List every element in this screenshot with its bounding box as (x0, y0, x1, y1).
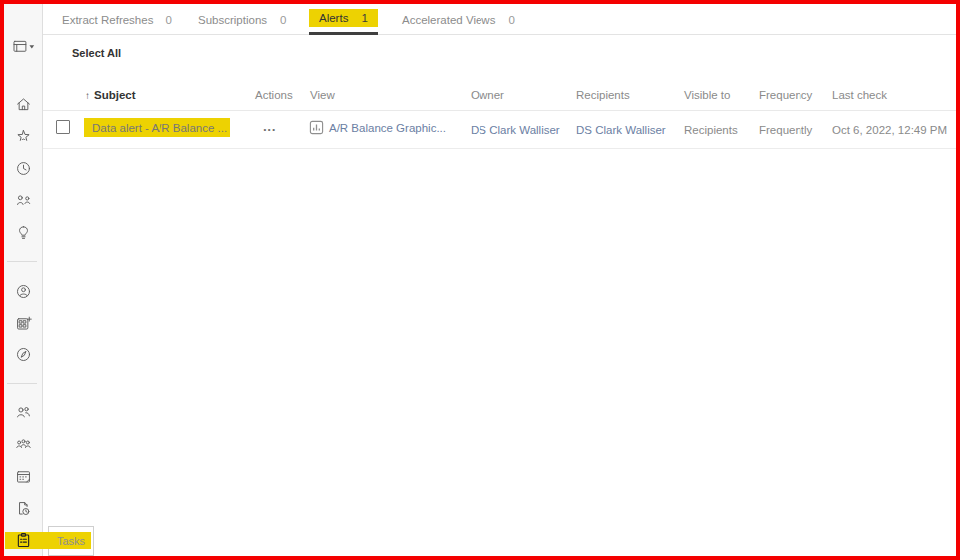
sort-ascending-icon: ↑ (85, 90, 90, 101)
home-icon (14, 95, 33, 114)
annotation-highlight-subject: Data alert - A/R Balance ... (84, 118, 230, 137)
groups-icon (14, 435, 33, 454)
select-row-checkbox[interactable] (56, 120, 70, 134)
tasks-tab-bar: Extract Refreshes 0 Subscriptions 0 Aler… (43, 4, 956, 35)
sidebar-item-recommendations[interactable] (4, 219, 43, 245)
last-check-value: Oct 6, 2022, 12:49 PM (832, 123, 947, 137)
column-header-recipients[interactable]: Recipients (576, 89, 630, 101)
sidebar-item-explore[interactable] (4, 341, 43, 367)
users-icon (14, 403, 33, 421)
left-nav-sidebar (4, 4, 43, 556)
column-header-view[interactable]: View (310, 89, 335, 101)
column-header-actions[interactable]: Actions (255, 89, 293, 101)
content-switcher-button[interactable] (4, 33, 43, 59)
calendar-icon (14, 467, 33, 486)
tab-label: Accelerated Views (402, 14, 495, 26)
column-header-visible-to[interactable]: Visible to (684, 89, 730, 101)
sidebar-item-shared-with-me[interactable] (4, 187, 43, 213)
tab-extract-refreshes[interactable]: Extract Refreshes 0 (62, 4, 172, 35)
collections-icon (14, 314, 33, 333)
tab-count: 0 (280, 14, 286, 26)
annotated-screenshot-frame: Tasks Extract Refreshes 0 Subscriptions … (0, 0, 960, 560)
view-link-label: A/R Balance Graphic... (329, 122, 446, 134)
sidebar-item-users[interactable] (4, 399, 43, 424)
tab-subscriptions[interactable]: Subscriptions 0 (198, 4, 286, 35)
lightbulb-icon (14, 223, 33, 242)
tab-alerts[interactable]: Alerts 1 (309, 4, 378, 35)
sidebar-item-schedules[interactable] (4, 463, 43, 489)
select-all-button[interactable]: Select All (72, 47, 121, 59)
tab-count: 0 (165, 14, 171, 26)
sidebar-item-tasks[interactable] (4, 527, 43, 553)
tab-label: Subscriptions (198, 14, 267, 26)
sidebar-divider (7, 383, 37, 384)
tab-label: Alerts (319, 12, 348, 24)
tab-count: 0 (508, 14, 514, 26)
sidebar-item-home[interactable] (4, 91, 43, 117)
tasks-icon (14, 531, 33, 550)
column-header-last-check[interactable]: Last check (832, 89, 887, 101)
sidebar-item-personal-space[interactable] (4, 278, 43, 304)
star-icon (14, 127, 33, 145)
sidebar-divider (7, 261, 37, 262)
content-switcher-icon (11, 37, 36, 56)
view-chart-icon (309, 120, 324, 135)
alert-subject-link[interactable]: Data alert - A/R Balance ... (84, 122, 227, 134)
sidebar-item-jobs[interactable] (4, 495, 43, 521)
sidebar-item-collections[interactable] (4, 310, 43, 336)
actions-menu-button[interactable]: ••• (257, 120, 283, 138)
ellipsis-icon: ••• (264, 125, 277, 134)
tab-label: Extract Refreshes (62, 14, 153, 26)
tasks-tooltip-label: Tasks (48, 526, 94, 556)
view-link[interactable]: A/R Balance Graphic... (309, 120, 446, 135)
column-header-subject[interactable]: ↑Subject (85, 89, 136, 101)
sidebar-item-recents[interactable] (4, 155, 43, 181)
visible-to-value: Recipients (684, 123, 738, 137)
clock-icon (14, 159, 33, 178)
annotation-highlight-alerts: Alerts 1 (309, 9, 378, 27)
tab-count: 1 (361, 12, 367, 24)
main-content: Extract Refreshes 0 Subscriptions 0 Aler… (43, 4, 956, 556)
jobs-icon (14, 499, 33, 518)
frequency-value: Frequently (759, 123, 812, 137)
explore-icon (14, 345, 33, 364)
sidebar-item-favorites[interactable] (4, 123, 43, 148)
table-row: Data alert - A/R Balance ... ••• A/R Bal… (43, 111, 956, 149)
recipients-link[interactable]: DS Clark Walliser (576, 123, 666, 137)
column-header-owner[interactable]: Owner (471, 89, 504, 101)
column-header-frequency[interactable]: Frequency (759, 89, 812, 101)
tab-accelerated-views[interactable]: Accelerated Views 0 (402, 4, 515, 35)
shared-with-me-icon (14, 191, 33, 210)
sidebar-item-groups[interactable] (4, 431, 43, 457)
personal-space-icon (14, 282, 33, 301)
owner-link[interactable]: DS Clark Walliser (471, 123, 560, 137)
